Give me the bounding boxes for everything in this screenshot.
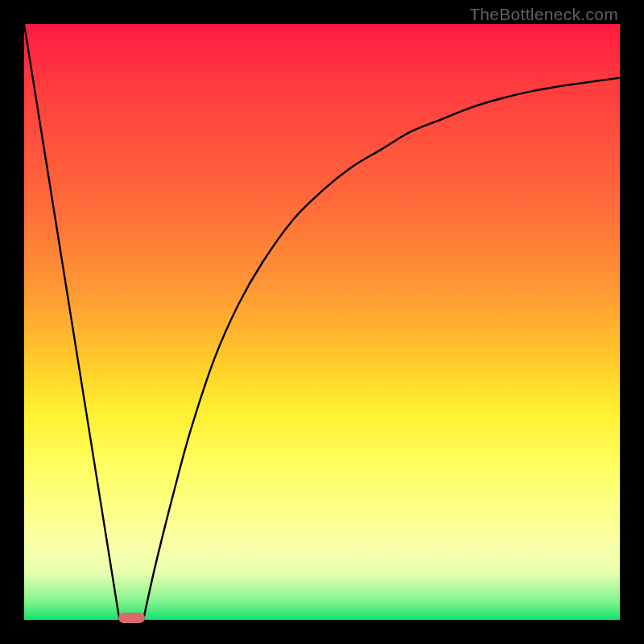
chart-container: TheBottleneck.com bbox=[0, 0, 644, 644]
left-line-path bbox=[24, 24, 119, 620]
right-curve-path bbox=[143, 78, 620, 620]
bottleneck-marker bbox=[118, 613, 145, 623]
plot-area bbox=[24, 24, 620, 620]
curve-layer bbox=[24, 24, 620, 620]
watermark-text: TheBottleneck.com bbox=[469, 5, 618, 24]
